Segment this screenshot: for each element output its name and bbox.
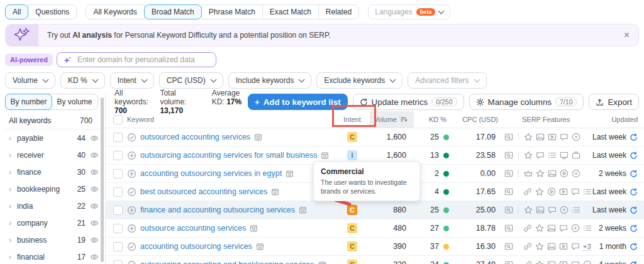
tab-related[interactable]: Related — [318, 4, 359, 19]
select-all-checkbox[interactable] — [113, 115, 123, 124]
refresh-blue-icon[interactable] — [630, 243, 638, 251]
serp-card-icon[interactable] — [321, 151, 329, 160]
sidebar-group-finance[interactable]: ›finance30 — [5, 163, 105, 180]
serp-preview-icon[interactable] — [504, 224, 513, 233]
all-keywords-row[interactable]: All keywords 700 — [5, 113, 105, 129]
sidebar-group-financial[interactable]: ›financial17 — [5, 248, 105, 264]
eye-icon[interactable] — [90, 185, 99, 194]
refresh-blue-icon[interactable] — [630, 133, 638, 141]
tab-phrase-match[interactable]: Phrase Match — [201, 4, 263, 19]
intent-badge[interactable]: C — [347, 223, 357, 233]
filter-intent[interactable]: Intent — [110, 72, 154, 89]
serp-preview-icon[interactable] — [504, 169, 513, 178]
serp-preview-icon[interactable] — [504, 206, 513, 214]
serp-card-icon[interactable] — [254, 133, 262, 141]
sidebar-group-india[interactable]: ›india22 — [5, 197, 105, 214]
serp-preview-icon[interactable] — [504, 133, 513, 141]
serp-preview-icon[interactable] — [504, 151, 513, 160]
eye-icon[interactable] — [90, 253, 99, 261]
row-checkbox[interactable] — [113, 260, 123, 264]
toggle-by-number[interactable]: By number — [5, 94, 52, 110]
manage-columns-button[interactable]: Manage columns 7/10 — [469, 94, 584, 110]
refresh-blue-icon[interactable] — [630, 224, 638, 233]
serp-preview-icon[interactable] — [504, 242, 513, 251]
tab-all-keywords[interactable]: All Keywords — [86, 4, 144, 19]
serp-card-icon[interactable] — [286, 170, 294, 178]
column-header-updated[interactable]: Updated — [586, 116, 644, 123]
eye-icon[interactable] — [90, 168, 99, 177]
plus-circle-icon[interactable] — [127, 206, 136, 215]
column-header-volume[interactable]: Volume — [370, 111, 414, 128]
intent-badge[interactable]: C — [347, 132, 357, 142]
check-circle-icon[interactable] — [127, 260, 136, 264]
row-checkbox[interactable] — [113, 151, 123, 160]
check-circle-icon[interactable] — [127, 133, 136, 142]
serp-preview-icon[interactable] — [504, 187, 513, 196]
serp-preview-icon[interactable] — [504, 260, 513, 264]
intent-badge[interactable]: C — [347, 260, 357, 264]
keyword-link[interactable]: outsource accounting services — [140, 224, 246, 233]
refresh-blue-icon[interactable] — [630, 170, 638, 178]
check-circle-icon[interactable] — [127, 242, 136, 251]
filter-cpc-usd[interactable]: CPC (USD) — [159, 72, 223, 89]
row-checkbox[interactable] — [113, 169, 123, 179]
sidebar-group-payable[interactable]: ›payable44 — [5, 129, 105, 146]
keyword-link[interactable]: accounting outsourcing services in egypt — [140, 169, 282, 178]
column-header-kd[interactable]: KD % — [414, 116, 453, 123]
close-icon[interactable]: × — [624, 30, 630, 40]
filter-volume[interactable]: Volume — [5, 72, 55, 89]
tab-exact-match[interactable]: Exact Match — [262, 4, 319, 19]
filter-advanced-filters[interactable]: Advanced filters — [408, 72, 486, 89]
tab-all[interactable]: All — [5, 4, 28, 19]
column-header-serp-features[interactable]: SERP Features — [504, 116, 586, 123]
domain-input[interactable] — [76, 55, 209, 65]
eye-icon[interactable] — [90, 134, 99, 143]
row-checkbox[interactable] — [113, 224, 123, 233]
column-header-keyword[interactable]: Keyword — [127, 116, 335, 123]
column-header-cpc[interactable]: CPC (USD) — [453, 116, 504, 123]
plus-circle-icon[interactable] — [127, 224, 136, 233]
add-to-keyword-list-button[interactable]: + Add to keyword list — [248, 94, 348, 110]
serp-card-icon[interactable] — [250, 224, 258, 233]
row-checkbox[interactable] — [113, 133, 123, 142]
serp-card-icon[interactable] — [256, 243, 264, 251]
sidebar-group-bookkeeping[interactable]: ›bookkeeping25 — [5, 180, 105, 197]
sidebar-scrollbar[interactable] — [101, 97, 104, 262]
eye-icon[interactable] — [90, 151, 99, 160]
serp-card-icon[interactable] — [271, 188, 279, 196]
eye-icon[interactable] — [90, 236, 99, 245]
plus-circle-icon[interactable] — [127, 169, 136, 179]
toggle-by-volume[interactable]: By volume — [52, 94, 97, 109]
row-checkbox[interactable] — [113, 206, 123, 215]
sidebar-group-receiver[interactable]: ›receiver40 — [5, 146, 105, 163]
filter-include-keywords[interactable]: Include keywords — [228, 72, 312, 89]
eye-icon[interactable] — [90, 202, 99, 211]
keyword-link[interactable]: outsourcing accounting and bookkeeping s… — [140, 260, 314, 264]
tab-questions[interactable]: Questions — [28, 4, 77, 19]
keyword-link[interactable]: outsourced accounting services — [140, 133, 250, 141]
eye-icon[interactable] — [90, 219, 99, 228]
intent-badge[interactable]: I — [347, 150, 357, 160]
refresh-blue-icon[interactable] — [630, 261, 638, 264]
plus-circle-icon[interactable] — [127, 151, 136, 160]
intent-badge[interactable]: C — [347, 241, 357, 251]
keyword-link[interactable]: finance and accounting outsourcing servi… — [140, 206, 295, 214]
keyword-link[interactable]: best outsourced accounting services — [140, 187, 267, 196]
languages-dropdown[interactable]: Languages beta — [368, 4, 450, 19]
row-checkbox[interactable] — [113, 242, 123, 251]
keyword-link[interactable]: outsourcing accounting services for smal… — [140, 151, 317, 160]
sidebar-group-company[interactable]: ›company21 — [5, 214, 105, 231]
refresh-blue-icon[interactable] — [630, 151, 638, 160]
update-metrics-button[interactable]: Update metrics 0/250 — [353, 94, 464, 110]
row-checkbox[interactable] — [113, 187, 123, 197]
keyword-link[interactable]: accounting outsourcing services — [140, 242, 252, 251]
check-circle-icon[interactable] — [127, 187, 136, 197]
tab-broad-match[interactable]: Broad Match — [144, 4, 202, 19]
refresh-blue-icon[interactable] — [630, 206, 638, 214]
column-header-intent[interactable]: Intent — [335, 116, 370, 123]
serp-card-icon[interactable] — [318, 261, 326, 264]
serp-card-icon[interactable] — [299, 206, 307, 214]
intent-badge[interactable]: C — [347, 205, 357, 215]
export-button[interactable]: Export — [589, 94, 639, 110]
filter-exclude-keywords[interactable]: Exclude keywords — [316, 72, 402, 89]
